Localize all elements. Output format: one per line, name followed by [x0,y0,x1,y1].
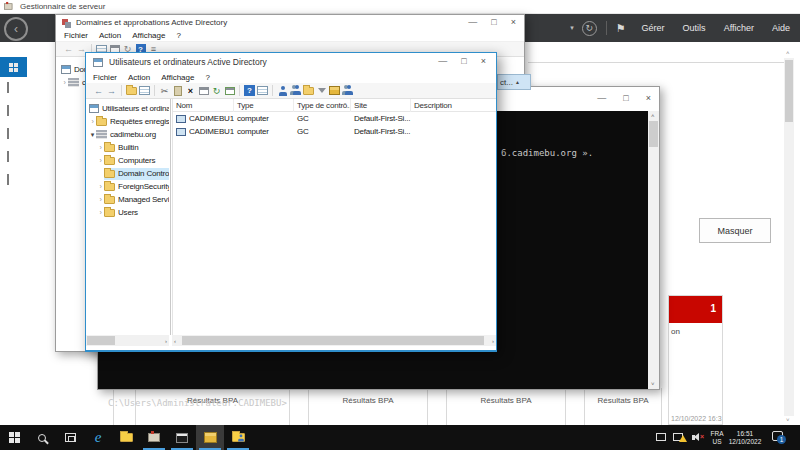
column-header-controller-type[interactable]: Type de contrô... [294,99,351,112]
chevron-right-icon[interactable]: › [97,183,104,190]
sidebar-item-file-services[interactable] [7,129,9,138]
list-hscrollbar[interactable]: ‹ › [172,335,496,346]
sidebar-item-all-servers[interactable] [7,106,9,115]
view-table-icon[interactable] [256,84,269,97]
chevron-down-icon[interactable]: ▾ [89,131,96,139]
table-row[interactable]: CADIMEBU12 computer GC Default-First-Si.… [173,112,496,125]
column-header-description[interactable]: Description [411,99,496,112]
minimize-icon[interactable]: — [468,18,477,27]
domains-titlebar[interactable]: Domaines et approbations Active Director… [56,15,524,29]
internet-explorer-button[interactable]: e [84,425,112,450]
flag-icon[interactable]: ⚑ [616,22,626,35]
chevron-right-icon[interactable]: › [97,196,104,203]
menu-fichier[interactable]: Fichier [64,31,88,40]
tree-item-managed-service-accounts[interactable]: › Managed Service Accounts [86,193,169,206]
file-explorer-button[interactable] [112,425,140,450]
tray-computer-button[interactable] [656,433,666,441]
hide-button[interactable]: Masquer [699,218,771,243]
tree-item-domain-controllers[interactable]: Domain Controllers [86,167,169,180]
menu-affichage[interactable]: Affichage [161,73,194,82]
list-view-icon[interactable] [138,84,151,97]
aduc-titlebar[interactable]: Utilisateurs et ordinateurs Active Direc… [86,53,496,71]
cmd-scrollbar[interactable]: ˄ ˅ [648,111,659,389]
menu-action[interactable]: Action [99,31,121,40]
menu-aide[interactable]: Aide [772,23,790,33]
delete-icon[interactable]: × [184,84,197,97]
scroll-right-icon[interactable]: › [165,338,167,344]
filter-icon[interactable] [315,84,328,97]
tree-item-root[interactable]: Utilisateurs et ordinateurs Activ [86,102,169,115]
maximize-icon[interactable]: □ [461,57,466,66]
list-hscrollbar-thumb[interactable] [182,336,484,345]
chevron-right-icon[interactable]: › [61,79,68,86]
close-icon[interactable]: × [481,57,486,66]
mmc-console-button[interactable] [196,425,224,450]
menu-help[interactable]: ? [176,31,180,40]
new-ou-icon[interactable] [302,84,315,97]
cmd-scrollbar-thumb[interactable] [649,121,658,147]
refresh-icon[interactable]: ↻ [582,21,597,36]
export-list-icon[interactable] [223,84,236,97]
collapsed-section-chip[interactable]: ct... ▲ [497,74,531,90]
tree-item-saved-queries[interactable]: › Requêtes enregistrées [86,115,169,128]
scroll-left-icon[interactable]: ‹ [174,338,176,344]
minimize-icon[interactable]: — [597,94,606,103]
chevron-right-icon[interactable]: › [97,144,104,151]
chevron-right-icon[interactable]: › [97,157,104,164]
up-one-level-icon[interactable] [125,84,138,97]
column-header-nom[interactable]: Nom [173,99,234,112]
menu-afficher[interactable]: Afficher [724,23,754,33]
tray-network-button[interactable] [673,433,683,441]
maximize-icon[interactable]: □ [623,94,628,103]
search-button[interactable] [28,425,56,450]
tree-item-domain[interactable]: ▾ cadimebu.org [86,128,169,141]
sidebar-item-dns[interactable] [7,175,9,184]
column-header-site[interactable]: Site [351,99,411,112]
main-scrollbar-thumb[interactable] [785,60,793,122]
scroll-down-icon[interactable]: ˅ [786,417,790,423]
aduc-button[interactable] [224,425,252,450]
column-header-type[interactable]: Type [234,99,294,112]
chevron-right-icon[interactable]: › [89,118,96,125]
scroll-right-icon[interactable]: › [492,338,494,344]
paste-icon[interactable] [171,84,184,97]
tree-item-builtin[interactable]: › Builtin [86,141,169,154]
tree-hscrollbar[interactable]: › [86,335,169,346]
forward-icon[interactable]: → [105,84,118,97]
menu-outils[interactable]: Outils [683,23,706,33]
tree-hscrollbar-thumb[interactable] [87,336,115,345]
menu-gerer[interactable]: Gérer [642,23,665,33]
properties-icon[interactable] [197,84,210,97]
mailbox-icon[interactable] [328,84,341,97]
sidebar-item-ad-ds[interactable] [7,152,9,161]
help-icon[interactable]: ? [243,84,256,97]
pane-splitter[interactable] [170,99,171,335]
clock[interactable]: 16:51 12/10/2022 [724,430,766,446]
back-icon[interactable]: ← [92,84,105,97]
close-icon[interactable]: × [511,18,516,27]
maximize-icon[interactable]: □ [491,18,496,27]
find-users-icon[interactable] [341,84,354,97]
minimize-icon[interactable]: — [438,57,447,66]
new-user-icon[interactable] [276,84,289,97]
tree-item-foreign-security-principals[interactable]: › ForeignSecurityPrincipals [86,180,169,193]
command-prompt-button[interactable] [168,425,196,450]
start-button[interactable] [0,425,28,450]
back-button[interactable]: ‹ [4,17,28,41]
refresh-icon[interactable]: ↻ [210,84,223,97]
new-group-icon[interactable] [289,84,302,97]
tree-item-computers[interactable]: › Computers [86,154,169,167]
caret-down-icon[interactable]: ▾ [570,24,574,32]
menu-action[interactable]: Action [128,73,150,82]
close-icon[interactable]: × [646,94,651,103]
scroll-up-icon[interactable]: ˄ [786,50,790,56]
back-icon[interactable]: ← [62,43,75,56]
notification-center-button[interactable]: 1 [772,431,783,441]
table-row[interactable]: CADIMEBU16 computer GC Default-First-Si.… [173,125,496,138]
server-manager-button[interactable] [140,425,168,450]
role-tile-alert-header[interactable]: 1 [669,296,722,323]
sidebar-item-local-server[interactable] [7,83,9,92]
task-view-button[interactable] [56,425,84,450]
menu-help[interactable]: ? [205,73,209,82]
cut-icon[interactable]: ✂ [158,84,171,97]
